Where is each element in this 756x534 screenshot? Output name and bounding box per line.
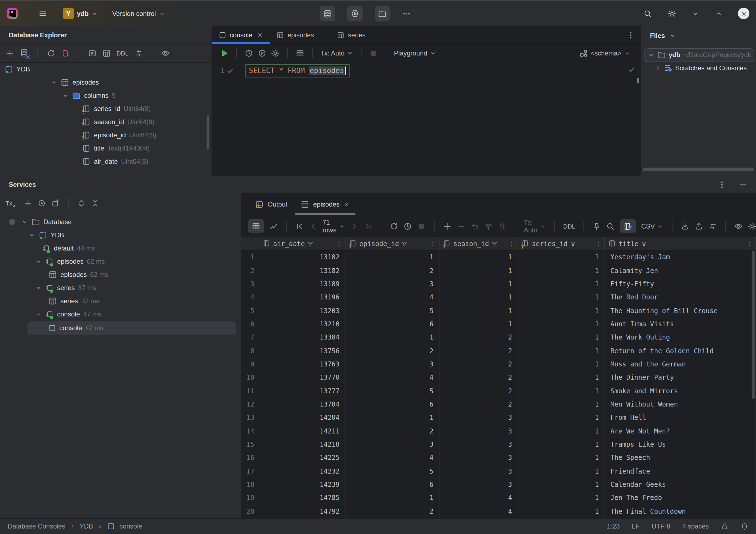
- breadcrumb-ydb[interactable]: YDB: [79, 522, 93, 530]
- grid-cell-series_id[interactable]: 1: [518, 251, 605, 264]
- grid-cell-air_date[interactable]: 14211: [259, 424, 346, 438]
- export-download-icon[interactable]: [681, 222, 689, 230]
- grid-cell-episode_id[interactable]: 1: [346, 331, 440, 344]
- grid-cell-season_id[interactable]: 1: [440, 251, 518, 264]
- grid-cell-title[interactable]: Smoke and Mirrors: [605, 384, 756, 398]
- column-header-episode_id[interactable]: episode_id: [346, 237, 440, 250]
- lock-icon[interactable]: [721, 522, 729, 530]
- database-explorer-title[interactable]: Database Explorer: [0, 26, 211, 44]
- grid-cell-season_id[interactable]: 3: [440, 438, 518, 451]
- grid-cell-episode_id[interactable]: 1: [346, 251, 440, 264]
- grid-cell-title[interactable]: Fifty-Fifty: [605, 277, 756, 291]
- caret-position[interactable]: 1:23: [607, 522, 620, 530]
- jump-to-console-icon[interactable]: [88, 49, 97, 58]
- grid-cell-episode_id[interactable]: 2: [346, 424, 440, 438]
- tx-mode-select[interactable]: Tx: Auto: [320, 49, 353, 57]
- grid-cell-title[interactable]: The Speech: [605, 451, 756, 465]
- chevron-down-icon[interactable]: [648, 52, 654, 58]
- auto-refresh-icon[interactable]: [404, 222, 412, 230]
- grid-cell-season_id[interactable]: 3: [440, 411, 518, 424]
- service-item-ydb[interactable]: YDB: [0, 228, 241, 242]
- grid-cell-title[interactable]: The Final Countdown: [605, 505, 756, 518]
- breadcrumb-database-consoles[interactable]: Database Consoles: [8, 522, 65, 530]
- ddl-button[interactable]: DDL: [117, 50, 128, 57]
- service-item-database[interactable]: Database: [0, 215, 241, 228]
- row-number[interactable]: 10: [241, 371, 259, 384]
- tx-toggle-button[interactable]: Tx: [6, 200, 14, 206]
- grid-cell-series_id[interactable]: 1: [518, 398, 605, 411]
- row-number[interactable]: 14: [241, 424, 259, 438]
- grid-cell-series_id[interactable]: 1: [518, 451, 605, 465]
- query-history-icon[interactable]: [245, 49, 253, 58]
- grid-cell-series_id[interactable]: 1: [518, 358, 605, 371]
- row-number[interactable]: 13: [241, 411, 259, 424]
- row-number[interactable]: 16: [241, 451, 259, 465]
- grid-cell-episode_id[interactable]: 2: [346, 264, 440, 278]
- grid-cell-title[interactable]: Calendar Geeks: [605, 478, 756, 492]
- files-item-ydb-root[interactable]: ydb ~/DataGripProjects/ydb: [648, 51, 753, 59]
- column-filter-button[interactable]: [620, 219, 636, 233]
- row-number[interactable]: 15: [241, 438, 259, 451]
- project-files-button[interactable]: [375, 6, 390, 21]
- datasource-properties-button[interactable]: [20, 48, 29, 59]
- service-item-episodes-session[interactable]: episodes 62 ms: [0, 255, 241, 268]
- show-services-icon[interactable]: [37, 199, 46, 208]
- grid-cell-series_id[interactable]: 1: [518, 371, 605, 384]
- chevron-down-icon[interactable]: [62, 92, 69, 99]
- grid-cell-season_id[interactable]: 3: [440, 465, 518, 478]
- more-tool-windows-icon[interactable]: [402, 9, 411, 18]
- explorer-scrollbar[interactable]: [206, 115, 209, 149]
- expand-all-icon[interactable]: [77, 199, 86, 208]
- grid-cell-title[interactable]: Calamity Jen: [605, 264, 756, 278]
- row-number[interactable]: 3: [241, 277, 259, 291]
- grid-cell-title[interactable]: From Hell: [605, 411, 756, 424]
- chevron-down-icon[interactable]: [35, 284, 42, 291]
- grid-cell-season_id[interactable]: 1: [440, 304, 518, 318]
- grid-cell-air_date[interactable]: 14239: [259, 478, 346, 492]
- grid-cell-air_date[interactable]: 14785: [259, 491, 346, 505]
- filter-funnel-icon[interactable]: [491, 240, 498, 247]
- grid-cell-title[interactable]: The Dinner Party: [605, 371, 756, 384]
- grid-cell-series_id[interactable]: 1: [518, 384, 605, 398]
- checkbox[interactable]: [8, 218, 16, 226]
- service-item-series-session[interactable]: series 37 ms: [0, 281, 241, 294]
- run-tool-button[interactable]: [347, 6, 363, 21]
- grid-cell-episode_id[interactable]: 5: [346, 304, 440, 318]
- grid-cell-title[interactable]: Aunt Irma Visits: [605, 317, 756, 331]
- tab-episodes[interactable]: episodes: [270, 26, 321, 43]
- filter-funnel-icon[interactable]: [641, 240, 647, 247]
- delete-row-icon[interactable]: [457, 222, 466, 230]
- column-header-title[interactable]: title: [605, 237, 756, 250]
- row-number[interactable]: 5: [241, 304, 259, 318]
- row-number[interactable]: 9: [241, 358, 259, 371]
- grid-cell-air_date[interactable]: 13210: [259, 317, 346, 331]
- add-row-icon[interactable]: [443, 222, 452, 230]
- sort-icon[interactable]: [336, 240, 342, 248]
- project-widget[interactable]: Y ydb: [63, 8, 98, 19]
- tree-item-column-series-id[interactable]: series_id Uint64(8): [0, 102, 211, 115]
- grid-cell-series_id[interactable]: 1: [518, 411, 605, 424]
- grid-cell-episode_id[interactable]: 3: [346, 438, 440, 451]
- row-number[interactable]: 4: [241, 291, 259, 304]
- grid-cell-episode_id[interactable]: 5: [346, 465, 440, 478]
- stop-button[interactable]: [369, 49, 378, 58]
- editor-options-kebab-icon[interactable]: [626, 31, 635, 39]
- grid-cell-series_id[interactable]: 1: [518, 331, 605, 344]
- close-icon[interactable]: [257, 32, 263, 38]
- tree-item-column-season-id[interactable]: season_id Uint64(8): [0, 115, 211, 128]
- column-header-season_id[interactable]: season_id: [440, 237, 518, 250]
- grid-cell-season_id[interactable]: 2: [440, 398, 518, 411]
- grid-cell-air_date[interactable]: 14218: [259, 438, 346, 451]
- grid-cell-air_date[interactable]: 13777: [259, 384, 346, 398]
- grid-scrollbar[interactable]: [752, 251, 755, 399]
- grid-cell-season_id[interactable]: 2: [440, 384, 518, 398]
- export-format-select[interactable]: CSV: [641, 222, 663, 230]
- tree-item-columns-folder[interactable]: columns 5: [0, 89, 211, 102]
- next-page-icon[interactable]: [350, 222, 359, 230]
- grid-cell-title[interactable]: Jen The Fredo: [605, 491, 756, 505]
- grid-cell-episode_id[interactable]: 4: [346, 371, 440, 384]
- grid-cell-title[interactable]: The Work Outing: [605, 331, 756, 344]
- grid-cell-episode_id[interactable]: 6: [346, 478, 440, 492]
- grid-cell-series_id[interactable]: 1: [518, 317, 605, 331]
- explain-plan-icon[interactable]: [258, 49, 266, 58]
